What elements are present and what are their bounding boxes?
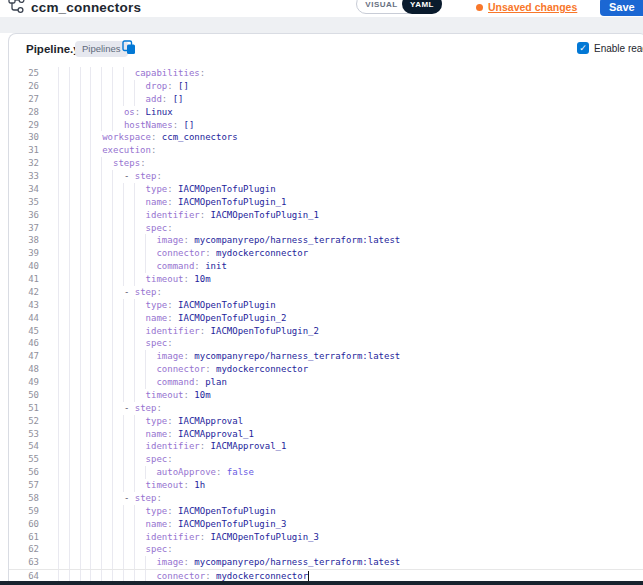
code-line-29[interactable]: 29hostNames: [] — [9, 119, 643, 132]
yaml-key: type — [146, 416, 168, 426]
yaml-colon: : — [156, 403, 161, 413]
code-content: - step: — [48, 170, 643, 183]
yaml-key: command — [156, 377, 194, 387]
top-bar: ccm_connectors VISUAL YAML Unsaved chang… — [0, 0, 643, 17]
line-number: 29 — [9, 119, 39, 132]
unsaved-changes[interactable]: Unsaved changes — [476, 1, 577, 13]
unsaved-changes-link[interactable]: Unsaved changes — [488, 1, 577, 13]
yaml-value: init — [200, 261, 227, 271]
yaml-value: mycompanyrepo/harness_terraform:latest — [189, 351, 400, 361]
code-line-27[interactable]: 27add: [] — [9, 93, 643, 106]
yaml-key: connector — [156, 571, 205, 581]
code-line-59[interactable]: 59type: IACMOpenTofuPlugin — [9, 505, 643, 518]
code-line-46[interactable]: 46spec: — [9, 337, 643, 350]
yaml-value: 10m — [189, 274, 211, 284]
code-content: command: init — [48, 260, 643, 273]
yaml-key: capabilities — [135, 68, 200, 78]
code-line-34[interactable]: 34type: IACMOpenTofuPlugin — [9, 183, 643, 196]
yaml-key: type — [146, 506, 168, 516]
line-number: 49 — [9, 376, 39, 389]
file-bar: Pipeline.yaml Pipelines ✓ Enable read/ — [9, 34, 643, 67]
bottom-edge-bar — [0, 581, 643, 585]
code-line-52[interactable]: 52type: IACMApproval — [9, 415, 643, 428]
code-line-57[interactable]: 57timeout: 1h — [9, 479, 643, 492]
line-number: 27 — [9, 93, 39, 106]
yaml-list-dash: - — [124, 287, 135, 297]
code-line-63[interactable]: 63image: mycompanyrepo/harness_terraform… — [9, 556, 643, 569]
code-line-35[interactable]: 35name: IACMOpenTofuPlugin_1 — [9, 196, 643, 209]
code-line-30[interactable]: 30workspace: ccm_connectors — [9, 131, 643, 144]
yaml-colon: : — [151, 145, 156, 155]
code-content: spec: — [48, 337, 643, 350]
code-line-53[interactable]: 53name: IACMApproval_1 — [9, 428, 643, 441]
code-line-32[interactable]: 32steps: — [9, 157, 643, 170]
yaml-editor-panel: Pipeline.yaml Pipelines ✓ Enable read/ 2… — [8, 33, 643, 585]
yaml-list-dash: - — [124, 403, 135, 413]
page-title: ccm_connectors — [31, 0, 141, 15]
line-number: 43 — [9, 299, 39, 312]
save-button-label[interactable]: Save — [600, 1, 643, 13]
code-content: image: mycompanyrepo/harness_terraform:l… — [48, 234, 643, 247]
visual-yaml-toggle[interactable]: VISUAL YAML — [356, 0, 442, 14]
code-line-36[interactable]: 36identifier: IACMOpenTofuPlugin_1 — [9, 209, 643, 222]
code-line-33[interactable]: 33- step: — [9, 170, 643, 183]
code-content: command: plan — [48, 376, 643, 389]
code-content: type: IACMOpenTofuPlugin — [48, 505, 643, 518]
line-number: 42 — [9, 286, 39, 299]
yaml-colon: : — [156, 171, 161, 181]
code-line-28[interactable]: 28os: Linux — [9, 106, 643, 119]
code-line-25[interactable]: 25capabilities: — [9, 67, 643, 80]
yaml-key: workspace — [102, 132, 151, 142]
line-number: 45 — [9, 325, 39, 338]
code-line-54[interactable]: 54identifier: IACMApproval_1 — [9, 440, 643, 453]
code-line-40[interactable]: 40command: init — [9, 260, 643, 273]
yaml-value: IACMOpenTofuPlugin — [173, 300, 276, 310]
code-line-42[interactable]: 42- step: — [9, 286, 643, 299]
code-line-39[interactable]: 39connector: mydockerconnector — [9, 247, 643, 260]
line-number: 36 — [9, 209, 39, 222]
code-line-43[interactable]: 43type: IACMOpenTofuPlugin — [9, 299, 643, 312]
code-line-26[interactable]: 26drop: [] — [9, 80, 643, 93]
copy-icon[interactable] — [122, 40, 136, 55]
code-line-51[interactable]: 51- step: — [9, 402, 643, 415]
code-content: hostNames: [] — [48, 119, 643, 132]
enable-edit-control[interactable]: ✓ Enable read/ — [577, 42, 643, 54]
code-line-50[interactable]: 50timeout: 10m — [9, 389, 643, 402]
yaml-value: Linux — [140, 107, 173, 117]
yaml-key: step — [135, 403, 157, 413]
code-content: timeout: 1h — [48, 479, 643, 492]
line-number: 34 — [9, 183, 39, 196]
code-content: autoApprove: false — [48, 466, 643, 479]
yaml-value: IACMOpenTofuPlugin_2 — [173, 313, 287, 323]
code-line-58[interactable]: 58- step: — [9, 492, 643, 505]
yaml-key: spec — [146, 544, 168, 554]
code-line-60[interactable]: 60name: IACMOpenTofuPlugin_3 — [9, 518, 643, 531]
yaml-value: IACMApproval — [173, 416, 243, 426]
yaml-list-dash: - — [124, 493, 135, 503]
yaml-value: IACMOpenTofuPlugin_1 — [205, 210, 319, 220]
code-line-31[interactable]: 31execution: — [9, 144, 643, 157]
toggle-visual[interactable]: VISUAL — [357, 0, 402, 9]
code-line-55[interactable]: 55spec: — [9, 453, 643, 466]
save-button[interactable]: Save ⌄ — [600, 0, 643, 16]
yaml-key: command — [156, 261, 194, 271]
code-line-61[interactable]: 61identifier: IACMOpenTofuPlugin_3 — [9, 531, 643, 544]
enable-edit-checkbox[interactable]: ✓ — [577, 42, 589, 54]
yaml-key: step — [135, 287, 157, 297]
yaml-key: name — [146, 197, 168, 207]
yaml-code-editor[interactable]: 25capabilities:26drop: []27add: []28os: … — [9, 67, 643, 585]
code-line-44[interactable]: 44name: IACMOpenTofuPlugin_2 — [9, 312, 643, 325]
code-line-45[interactable]: 45identifier: IACMOpenTofuPlugin_2 — [9, 325, 643, 338]
code-line-56[interactable]: 56autoApprove: false — [9, 466, 643, 479]
code-line-38[interactable]: 38image: mycompanyrepo/harness_terraform… — [9, 234, 643, 247]
toggle-yaml[interactable]: YAML — [402, 0, 442, 14]
code-line-37[interactable]: 37spec: — [9, 222, 643, 235]
line-number: 33 — [9, 170, 39, 183]
code-line-49[interactable]: 49command: plan — [9, 376, 643, 389]
code-line-41[interactable]: 41timeout: 10m — [9, 273, 643, 286]
code-line-48[interactable]: 48connector: mydockerconnector — [9, 363, 643, 376]
code-content: spec: — [48, 222, 643, 235]
code-line-62[interactable]: 62spec: — [9, 543, 643, 556]
code-content: image: mycompanyrepo/harness_terraform:l… — [48, 350, 643, 363]
code-line-47[interactable]: 47image: mycompanyrepo/harness_terraform… — [9, 350, 643, 363]
